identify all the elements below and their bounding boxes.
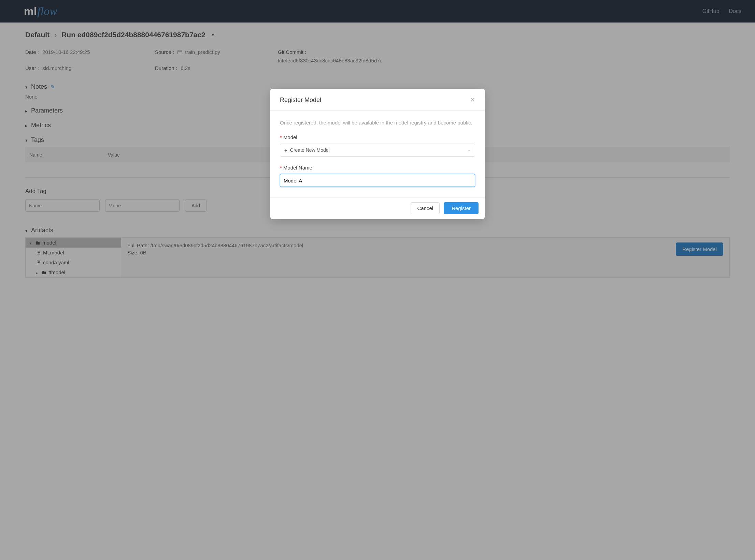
plus-icon: + [284,147,287,153]
modal-header: Register Model ✕ [270,89,485,111]
modal-body: Once registered, the model will be avail… [270,111,485,197]
register-button[interactable]: Register [444,202,479,214]
model-name-input[interactable] [280,174,475,187]
close-icon[interactable]: ✕ [470,96,475,104]
model-name-label: *Model Name [280,165,475,171]
required-indicator: * [280,134,282,140]
required-indicator: * [280,165,282,171]
modal-description: Once registered, the model will be avail… [280,120,475,126]
modal-title: Register Model [280,97,321,104]
modal-overlay[interactable]: Register Model ✕ Once registered, the mo… [0,0,755,291]
chevron-down-icon: ⌄ [467,148,471,152]
model-select[interactable]: + Create New Model ⌄ [280,144,475,157]
cancel-button[interactable]: Cancel [411,202,440,214]
model-select-value: Create New Model [290,147,330,153]
model-field-label: *Model [280,134,475,140]
modal-footer: Cancel Register [270,197,485,219]
register-model-dialog: Register Model ✕ Once registered, the mo… [270,89,485,219]
